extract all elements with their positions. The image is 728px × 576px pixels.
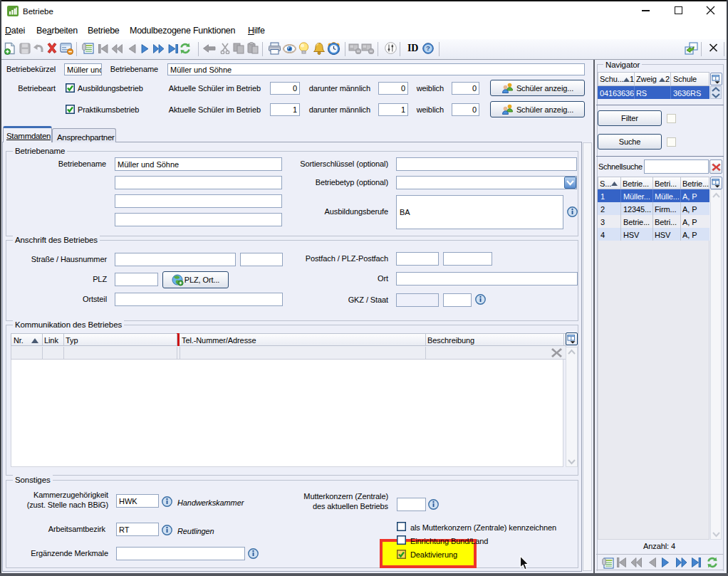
svg-text:?: ? (426, 44, 430, 52)
